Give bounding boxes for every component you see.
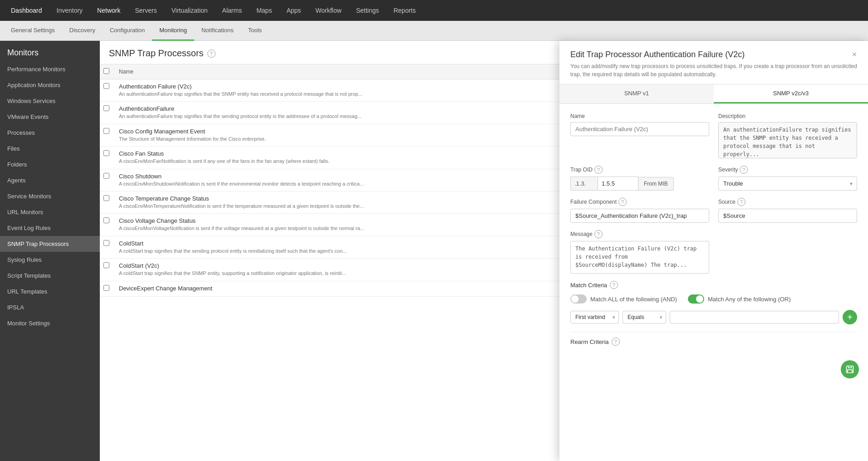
row-checkbox[interactable] [103,173,109,179]
sidebar-item-monitor-settings[interactable]: Monitor Settings [0,315,100,331]
row-checkbox-cell [100,124,113,146]
match-all-label: Match ALL of the following (AND) [590,296,677,303]
tab-snmp-v1[interactable]: SNMP v1 [559,84,714,103]
severity-help-icon[interactable]: ? [740,166,748,174]
panel-close-button[interactable]: × [848,48,861,61]
row-checkbox-cell [100,259,113,281]
match-all-toggle[interactable] [570,294,587,304]
panel-header: Edit Trap Processor Authentication Failu… [559,41,868,84]
col-checkbox [100,64,113,79]
nav-general-settings[interactable]: General Settings [4,21,62,41]
message-label: Message ? [570,230,709,238]
row-checkbox-cell [100,281,113,296]
sidebar-item-windows-services[interactable]: Windows Services [0,93,100,109]
nav-inventory[interactable]: Inventory [49,0,90,21]
page-title: SNMP Trap Processors [109,48,204,59]
row-checkbox[interactable] [103,195,109,201]
nav-discovery[interactable]: Discovery [62,21,103,41]
sidebar: Monitors Performance Monitors Applicatio… [0,41,100,461]
sidebar-title: Monitors [0,41,100,61]
failure-component-label: Failure Component ? [570,198,709,206]
form-group-message: Message ? [570,230,709,274]
nav-virtualization[interactable]: Virtualization [164,0,215,21]
save-action-button[interactable] [841,360,859,378]
nav-servers[interactable]: Servers [128,0,164,21]
panel-bottom-actions [559,355,868,384]
sidebar-item-syslog-rules[interactable]: Syslog Rules [0,252,100,268]
form-group-name: Name [570,113,709,158]
nav-notifications[interactable]: Notifications [194,21,241,41]
sidebar-item-ipsla[interactable]: IPSLA [0,299,100,315]
match-criteria-row: First varbind Any varbind OID ▾ Equals C… [570,310,857,324]
nav-reports[interactable]: Reports [386,0,423,21]
sidebar-item-service-monitors[interactable]: Service Monitors [0,188,100,204]
sidebar-item-agents[interactable]: Agents [0,172,100,188]
form-group-source: Source ? [718,198,857,223]
row-checkbox-cell [100,214,113,236]
top-navigation: Dashboard Inventory Network Servers Virt… [0,0,868,21]
tab-snmp-v2c-v3[interactable]: SNMP v2c/v3 [714,84,868,103]
trap-oid-prefix: .1.3. [570,177,598,191]
trap-oid-help-icon[interactable]: ? [594,166,603,174]
sidebar-item-snmp-trap-processors[interactable]: SNMP Trap Processors [0,236,100,252]
nav-maps[interactable]: Maps [249,0,279,21]
varbind-select[interactable]: First varbind Any varbind OID [570,311,619,324]
message-textarea[interactable] [570,241,709,274]
add-match-criteria-button[interactable]: + [843,310,857,324]
select-all-checkbox[interactable] [103,68,109,74]
from-mib-button[interactable]: From MIB [638,177,674,191]
save-icon [845,365,854,374]
form-group-trap-oid: Trap OID ? .1.3. From MIB [570,166,709,191]
message-help-icon[interactable]: ? [594,230,603,238]
failure-component-input[interactable] [570,209,709,223]
failure-component-help-icon[interactable]: ? [618,198,627,206]
form-group-failure-component: Failure Component ? [570,198,709,223]
equals-select[interactable]: Equals Contains StartsWith EndsWith [623,311,666,324]
row-checkbox[interactable] [103,285,109,291]
source-input[interactable] [718,209,857,223]
form-row-failure-source: Failure Component ? Source ? [570,198,857,223]
severity-select[interactable]: Trouble Warning Critical Info [718,177,857,191]
row-checkbox[interactable] [103,128,109,134]
row-checkbox[interactable] [103,217,109,223]
row-checkbox-cell [100,147,113,169]
nav-alarms[interactable]: Alarms [215,0,250,21]
trap-oid-input[interactable] [598,177,638,191]
sidebar-item-vmware-events[interactable]: VMware Events [0,109,100,125]
match-criteria-help-icon[interactable]: ? [610,281,618,289]
sidebar-item-application-monitors[interactable]: Application Monitors [0,77,100,93]
nav-configuration[interactable]: Configuration [103,21,152,41]
row-checkbox[interactable] [103,105,109,111]
sidebar-item-event-log-rules[interactable]: Event Log Rules [0,220,100,236]
row-checkbox[interactable] [103,83,109,89]
panel-body: Name Description Trap OID ? .1.3. [559,104,868,355]
match-value-input[interactable] [670,311,839,324]
edit-panel: Edit Trap Processor Authentication Failu… [559,41,868,461]
sidebar-item-url-templates[interactable]: URL Templates [0,284,100,299]
description-textarea[interactable] [718,122,857,158]
row-checkbox[interactable] [103,262,109,268]
nav-apps[interactable]: Apps [279,0,308,21]
sidebar-item-performance-monitors[interactable]: Performance Monitors [0,61,100,77]
title-help-icon[interactable]: ? [207,49,216,58]
sidebar-item-files[interactable]: Files [0,141,100,157]
nav-dashboard[interactable]: Dashboard [4,0,49,21]
nav-monitoring[interactable]: Monitoring [152,21,194,41]
nav-workflow[interactable]: Workflow [308,0,348,21]
form-row-message: Message ? [570,230,857,274]
nav-tools[interactable]: Tools [241,21,269,41]
sidebar-item-script-templates[interactable]: Script Templates [0,268,100,284]
rearm-criteria-help-icon[interactable]: ? [612,338,620,346]
match-any-toggle[interactable] [688,294,704,304]
row-checkbox[interactable] [103,240,109,246]
sidebar-item-processes[interactable]: Processes [0,125,100,141]
sidebar-item-url-monitors[interactable]: URL Monitors [0,204,100,220]
nav-settings[interactable]: Settings [349,0,387,21]
name-input[interactable] [570,122,709,136]
sidebar-item-folders[interactable]: Folders [0,157,100,172]
match-any-option: Match Any of the following (OR) [688,294,791,304]
form-row-name-desc: Name Description [570,113,857,158]
nav-network[interactable]: Network [90,0,128,21]
row-checkbox[interactable] [103,150,109,156]
source-help-icon[interactable]: ? [737,198,745,206]
